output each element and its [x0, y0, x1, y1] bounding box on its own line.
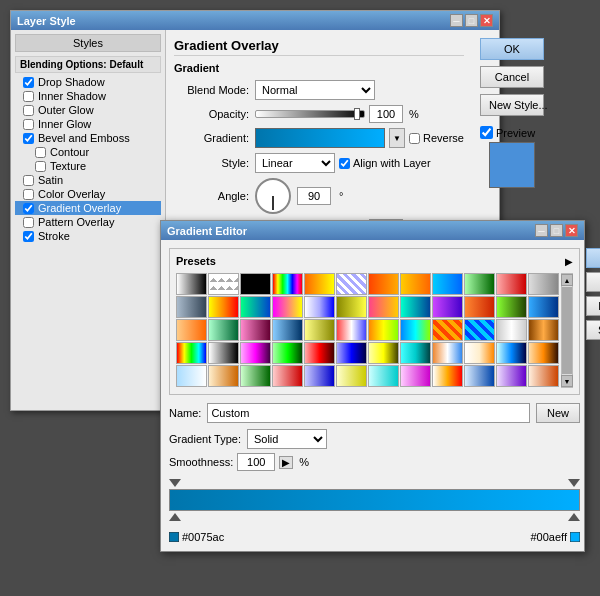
reverse-checkbox[interactable] [409, 133, 420, 144]
sidebar-item-color-overlay[interactable]: Color Overlay [15, 187, 161, 201]
stroke-checkbox[interactable] [23, 231, 34, 242]
preset-item[interactable] [272, 319, 303, 341]
ge-type-select[interactable]: Solid [247, 429, 327, 449]
texture-checkbox[interactable] [35, 161, 46, 172]
ge-name-input[interactable] [207, 403, 530, 423]
ge-presets-arrow-icon[interactable]: ▶ [565, 256, 573, 267]
preset-item[interactable] [272, 342, 303, 364]
preset-item[interactable] [368, 296, 399, 318]
preset-item[interactable] [464, 296, 495, 318]
ge-reset-button[interactable]: Reset [586, 272, 600, 292]
preset-item[interactable] [528, 319, 559, 341]
preset-item[interactable] [432, 365, 463, 387]
ge-scroll-down[interactable]: ▼ [561, 375, 573, 387]
preset-item[interactable] [464, 342, 495, 364]
preset-item[interactable] [176, 296, 207, 318]
ge-minimize-button[interactable]: ─ [535, 224, 548, 237]
sidebar-item-texture[interactable]: Texture [15, 159, 161, 173]
sidebar-item-satin[interactable]: Satin [15, 173, 161, 187]
align-layer-checkbox[interactable] [339, 158, 350, 169]
pattern-overlay-checkbox[interactable] [23, 217, 34, 228]
outer-glow-checkbox[interactable] [23, 105, 34, 116]
sidebar-item-inner-glow[interactable]: Inner Glow [15, 117, 161, 131]
preset-item[interactable] [240, 342, 271, 364]
preset-item[interactable] [432, 342, 463, 364]
preset-item[interactable] [528, 342, 559, 364]
preset-item[interactable] [496, 342, 527, 364]
gradient-dropdown-btn[interactable]: ▼ [389, 128, 405, 148]
minimize-button[interactable]: ─ [450, 14, 463, 27]
cancel-button[interactable]: Cancel [480, 66, 544, 88]
preset-item[interactable] [272, 296, 303, 318]
ge-color-stop-right[interactable] [568, 513, 580, 521]
color-overlay-checkbox[interactable] [23, 189, 34, 200]
preset-item[interactable] [208, 319, 239, 341]
preset-item[interactable] [464, 273, 495, 295]
preset-item[interactable] [304, 296, 335, 318]
preset-item[interactable] [304, 365, 335, 387]
preset-item[interactable] [528, 296, 559, 318]
preset-item[interactable] [336, 319, 367, 341]
new-style-button[interactable]: New Style... [480, 94, 544, 116]
ge-color-stop-left[interactable] [169, 513, 181, 521]
inner-shadow-checkbox[interactable] [23, 91, 34, 102]
preset-item[interactable] [368, 365, 399, 387]
sidebar-item-gradient-overlay[interactable]: Gradient Overlay [15, 201, 161, 215]
gradient-preview[interactable] [255, 128, 385, 148]
preset-item[interactable] [368, 319, 399, 341]
satin-checkbox[interactable] [23, 175, 34, 186]
preset-item[interactable] [336, 273, 367, 295]
preset-item[interactable] [208, 296, 239, 318]
ge-scroll-thumb[interactable] [562, 287, 572, 374]
preset-item[interactable] [176, 319, 207, 341]
close-button[interactable]: ✕ [480, 14, 493, 27]
preset-item[interactable] [496, 319, 527, 341]
sidebar-item-inner-shadow[interactable]: Inner Shadow [15, 89, 161, 103]
preset-item[interactable] [368, 273, 399, 295]
ge-maximize-button[interactable]: □ [550, 224, 563, 237]
sidebar-item-bevel-emboss[interactable]: Bevel and Emboss [15, 131, 161, 145]
preset-item[interactable] [432, 319, 463, 341]
preset-item[interactable] [400, 365, 431, 387]
opacity-slider-thumb[interactable] [354, 108, 360, 120]
blend-mode-select[interactable]: Normal [255, 80, 375, 100]
preset-item[interactable] [336, 342, 367, 364]
preset-item[interactable] [496, 365, 527, 387]
ge-save-button[interactable]: Save... [586, 320, 600, 340]
sidebar-item-outer-glow[interactable]: Outer Glow [15, 103, 161, 117]
preset-item[interactable] [304, 342, 335, 364]
ok-button[interactable]: OK [480, 38, 544, 60]
preset-item[interactable] [240, 296, 271, 318]
bevel-emboss-checkbox[interactable] [23, 133, 34, 144]
ge-opacity-stop-right[interactable] [568, 479, 580, 487]
preset-item[interactable] [336, 296, 367, 318]
ge-scroll-up[interactable]: ▲ [561, 274, 573, 286]
ge-opacity-stop-left[interactable] [169, 479, 181, 487]
preset-item[interactable] [272, 365, 303, 387]
sidebar-item-drop-shadow[interactable]: Drop Shadow [15, 75, 161, 89]
ge-smoothness-arrow[interactable]: ▶ [279, 456, 293, 469]
preset-item[interactable] [368, 342, 399, 364]
ge-load-button[interactable]: Load... [586, 296, 600, 316]
ge-close-button[interactable]: ✕ [565, 224, 578, 237]
sidebar-item-contour[interactable]: Contour [15, 145, 161, 159]
gradient-overlay-checkbox[interactable] [23, 203, 34, 214]
preset-item[interactable] [400, 273, 431, 295]
preset-item[interactable] [176, 342, 207, 364]
preview-checkbox[interactable] [480, 126, 493, 139]
preset-item[interactable] [400, 342, 431, 364]
preset-item[interactable] [528, 273, 559, 295]
ge-new-button[interactable]: New [536, 403, 580, 423]
preset-item[interactable] [432, 273, 463, 295]
sidebar-item-stroke[interactable]: Stroke [15, 229, 161, 243]
style-select[interactable]: Linear [255, 153, 335, 173]
preset-item[interactable] [464, 365, 495, 387]
preset-item[interactable] [400, 319, 431, 341]
angle-dial[interactable] [255, 178, 291, 214]
preset-item[interactable] [528, 365, 559, 387]
preset-item[interactable] [464, 319, 495, 341]
preset-item[interactable] [176, 273, 207, 295]
preset-item[interactable] [432, 296, 463, 318]
ge-smoothness-value[interactable]: 100 [237, 453, 275, 471]
maximize-button[interactable]: □ [465, 14, 478, 27]
